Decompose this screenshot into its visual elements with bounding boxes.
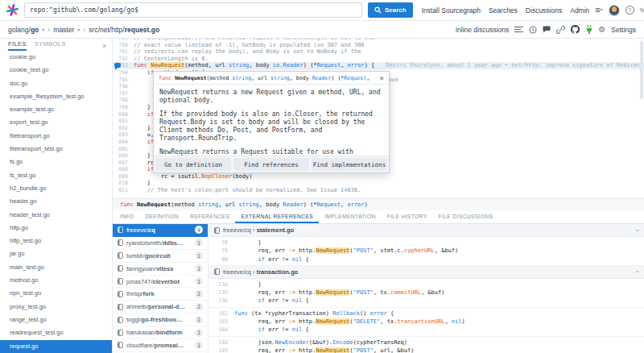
repo-list-item[interactable]: thrisp/fork2	[113, 288, 208, 301]
repo-list-item[interactable]: toggl/go-freshboo…1	[113, 314, 208, 326]
breadcrumb-revision[interactable]: master	[53, 26, 74, 34]
sidebar-file-item[interactable]: readrequest_test.go	[0, 326, 112, 339]
repo-list-item[interactable]: harukasan/bindform1	[113, 326, 208, 339]
search-input[interactable]	[30, 6, 357, 14]
gear-icon[interactable]: ⚙	[598, 26, 605, 34]
line-number[interactable]: 801	[113, 118, 134, 125]
line-number[interactable]: 136	[208, 297, 234, 305]
nav-link-admin[interactable]: Admin	[570, 6, 589, 15]
line-number[interactable]: 135	[208, 289, 234, 297]
line-number[interactable]: 796	[113, 83, 134, 90]
line-number[interactable]: 79	[208, 247, 234, 255]
settings-label[interactable]: Settings	[611, 26, 636, 34]
close-icon[interactable]: ×	[102, 42, 106, 50]
panel-tab-file-history[interactable]: FILE HISTORY	[382, 210, 433, 223]
repo-list-item[interactable]: ryandotsmith/ddbs…1	[113, 237, 208, 250]
breadcrumb-path[interactable]: src/net/http/request.go	[89, 26, 159, 34]
code-line[interactable]: 791// redirects can replay the body), an…	[113, 48, 644, 56]
search-button[interactable]: Search	[368, 2, 413, 18]
line-number[interactable]: 192	[208, 338, 234, 347]
line-number[interactable]: 164	[208, 326, 234, 334]
code-line[interactable]: 792// ContentLength is 0.	[113, 56, 644, 63]
line-number[interactable]: 797	[113, 90, 134, 98]
sidebar-file-item[interactable]: cookie_test.go	[0, 64, 112, 77]
line-number[interactable]: 806	[113, 152, 134, 160]
reference-line[interactable]: 136 if err != nil {	[208, 297, 644, 305]
repo-list-item[interactable]: cloudflare/promsai…1	[113, 339, 208, 352]
sidebar-file-item[interactable]: range_test.go	[0, 314, 112, 326]
inline-discussions-icon[interactable]	[514, 26, 523, 33]
panel-tab-implementation[interactable]: IMPLEMENTATION	[319, 210, 382, 223]
reference-line[interactable]: 192 json.NewEncoder(&buf).Encode(cypherT…	[208, 338, 644, 347]
sidebar-file-item[interactable]: cookie.go	[0, 51, 112, 64]
line-number[interactable]: 80	[208, 255, 234, 264]
line-number[interactable]: 162	[208, 309, 234, 318]
sidebar-file-item[interactable]: proxy_test.go	[0, 301, 112, 314]
line-number[interactable]: 804	[113, 139, 134, 146]
github-icon[interactable]	[571, 25, 580, 34]
sidebar-file-item[interactable]: jar.go	[0, 247, 112, 260]
extensions-plug-icon[interactable]	[585, 25, 592, 34]
panel-tab-external-references[interactable]: EXTERNAL REFERENCES	[235, 210, 319, 223]
line-number[interactable]: 78	[208, 239, 234, 247]
panel-tab-info[interactable]: INFO	[114, 210, 139, 223]
repo-list-item[interactable]: fanngyuan/vitess1	[113, 263, 208, 276]
sidebar-file-item[interactable]: fs.go	[0, 156, 112, 168]
sidebar-file-item[interactable]: http_test.go	[0, 235, 112, 247]
line-number[interactable]: 802	[113, 125, 134, 132]
close-icon[interactable]: ×	[377, 74, 384, 82]
panel-tab-references[interactable]: REFERENCES	[184, 210, 235, 223]
code-line[interactable]: 811 // The host's colon:port should be n…	[113, 187, 644, 194]
line-number[interactable]: 805	[113, 146, 134, 153]
breadcrumb-repo[interactable]: golang/go	[8, 26, 39, 34]
sidebar-file-item[interactable]: header.go	[0, 195, 112, 208]
sidebar-file-item[interactable]: example_test.go	[0, 103, 112, 116]
line-number[interactable]: 790	[113, 42, 134, 49]
nav-link-searches[interactable]: Searches	[489, 6, 518, 15]
avatar[interactable]	[609, 5, 620, 16]
nav-link-discussions[interactable]: Discussions	[526, 6, 562, 15]
sidebar-file-item[interactable]: example_filesystem_test.go	[0, 90, 112, 103]
code-line[interactable]: 793func NewRequest(method, url string, b…	[113, 62, 644, 69]
reference-line[interactable]: 163 req, err := http.NewRequest("DELETE"…	[208, 318, 644, 326]
sourcegraph-logo-icon[interactable]	[6, 4, 19, 16]
code-line[interactable]: 790// exact value (instead of -1), GetBo…	[113, 42, 644, 49]
line-number[interactable]: 799	[113, 104, 134, 111]
panel-tab-file-discussions[interactable]: FILE DISCUSSIONS	[433, 210, 499, 223]
repo-list-item[interactable]: ahmetb/personal-d…2	[113, 301, 208, 314]
sidebar-file-item[interactable]: request.go	[0, 340, 112, 353]
code-line[interactable]: 810 }	[113, 180, 644, 187]
inline-discussions-label[interactable]: Inline discussions	[456, 26, 510, 34]
history-icon[interactable]	[529, 26, 537, 34]
sidebar-file-item[interactable]: filetransport.go	[0, 130, 112, 143]
sidebar-tab-files[interactable]: FILES	[8, 39, 27, 51]
help-icon[interactable]: ?	[625, 6, 634, 15]
line-number[interactable]: 811	[113, 187, 134, 194]
line-number[interactable]: 193	[208, 347, 234, 353]
line-number[interactable]: 809	[113, 173, 134, 181]
sidebar-file-item[interactable]: export_test.go	[0, 116, 112, 129]
line-number[interactable]: 794	[113, 69, 134, 77]
line-number[interactable]: 163	[208, 318, 234, 326]
sidebar-file-item[interactable]: main_test.go	[0, 261, 112, 274]
sidebar-file-item[interactable]: fs_test.go	[0, 169, 112, 182]
link-icon[interactable]	[556, 26, 565, 34]
reference-line[interactable]: 134 }	[208, 280, 644, 289]
sidebar-file-item[interactable]: doc.go	[0, 77, 112, 90]
chevron-down-icon[interactable]: ›	[634, 271, 642, 273]
reference-group-header[interactable]: freeeve/cq › statement.go›	[208, 224, 644, 237]
line-number[interactable]: 791	[113, 48, 134, 56]
comments-icon[interactable]	[543, 26, 551, 33]
line-number[interactable]: 134	[208, 280, 234, 289]
line-number[interactable]: 808	[113, 166, 134, 173]
reference-line[interactable]: 193 req, err := http.NewRequest("POST", …	[208, 347, 644, 353]
reference-line[interactable]: 164 if err != nil {	[208, 326, 644, 334]
sidebar-file-item[interactable]: http.go	[0, 222, 112, 235]
sidebar-tab-symbols[interactable]: SYMBOLS	[35, 39, 66, 51]
line-number[interactable]: 803	[113, 131, 134, 139]
discussion-bubble-icon[interactable]	[114, 63, 121, 68]
menu-icon[interactable]: ≡▾	[595, 6, 602, 15]
reference-line[interactable]: 162func (tx *cypherTransaction) Rollback…	[208, 309, 644, 318]
line-number[interactable]: 807	[113, 160, 134, 167]
sidebar-file-item[interactable]: method.go	[0, 274, 112, 287]
